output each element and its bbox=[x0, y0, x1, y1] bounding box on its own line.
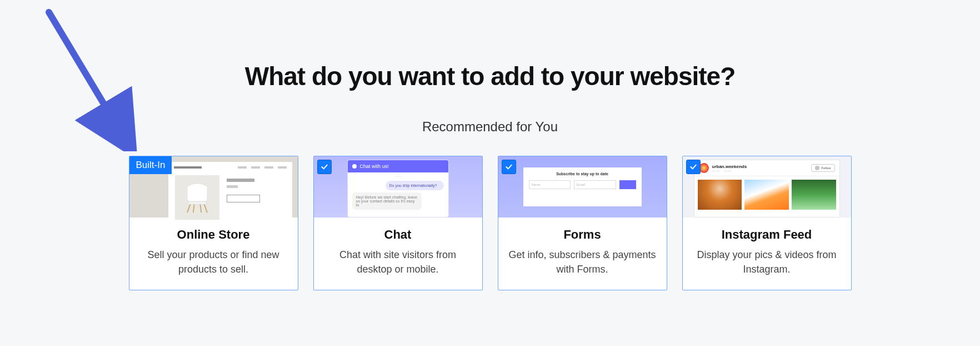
chat-header-text: Chat with us! bbox=[360, 164, 389, 169]
instagram-icon bbox=[815, 166, 819, 170]
check-icon bbox=[320, 162, 329, 171]
card-checkbox[interactable] bbox=[502, 160, 516, 174]
svg-rect-1 bbox=[188, 201, 206, 204]
form-title: Subscribe to stay up to date bbox=[529, 172, 636, 176]
card-description: Display your pics & videos from Instagra… bbox=[692, 248, 842, 276]
check-icon bbox=[689, 162, 698, 171]
form-submit bbox=[619, 180, 636, 189]
svg-line-3 bbox=[204, 205, 207, 213]
svg-point-7 bbox=[817, 167, 818, 169]
card-checkbox[interactable] bbox=[686, 160, 701, 174]
insta-photo bbox=[698, 180, 742, 210]
form-field-email: Email bbox=[574, 180, 616, 189]
card-description: Get info, subscribers & payments with Fo… bbox=[507, 248, 658, 276]
card-online-store[interactable]: Built-In Online Store S bbox=[129, 156, 298, 290]
page-title: What do you want to add to your website? bbox=[0, 0, 980, 91]
card-description: Chat with site visitors from desktop or … bbox=[323, 248, 473, 276]
builtin-badge: Built-In bbox=[129, 156, 172, 174]
svg-line-2 bbox=[187, 205, 189, 213]
card-title: Forms bbox=[507, 228, 658, 242]
card-preview: Chat with us! · · · Do you ship internat… bbox=[314, 156, 482, 218]
card-preview: urban.weekends — —— — Follow bbox=[683, 156, 851, 218]
svg-line-5 bbox=[200, 205, 201, 213]
insta-photo bbox=[744, 180, 789, 210]
check-icon bbox=[504, 162, 513, 171]
card-title: Online Store bbox=[138, 228, 289, 242]
card-title: Chat bbox=[323, 228, 473, 242]
card-instagram[interactable]: urban.weekends — —— — Follow Instagram F… bbox=[682, 156, 852, 290]
chair-icon bbox=[181, 181, 213, 214]
page-subtitle: Recommended for You bbox=[0, 119, 980, 135]
card-chat[interactable]: Chat with us! · · · Do you ship internat… bbox=[313, 156, 483, 290]
form-field-name: Name bbox=[529, 180, 571, 189]
card-grid: Built-In Online Store S bbox=[0, 156, 980, 290]
card-title: Instagram Feed bbox=[692, 228, 842, 242]
card-preview: Subscribe to stay up to date Name Email bbox=[498, 156, 667, 218]
insta-photo bbox=[792, 180, 836, 210]
svg-line-4 bbox=[193, 205, 194, 213]
chat-bubble-out: Hey! Before we start chatting, leave us … bbox=[352, 192, 422, 210]
follow-button: Follow bbox=[811, 164, 834, 172]
insta-username: urban.weekends bbox=[712, 164, 808, 169]
svg-rect-6 bbox=[816, 166, 819, 170]
card-checkbox[interactable] bbox=[317, 160, 332, 174]
card-forms[interactable]: Subscribe to stay up to date Name Email … bbox=[498, 156, 667, 290]
chat-bubble-in: Do you ship internationally? bbox=[386, 181, 444, 190]
card-description: Sell your products or find new products … bbox=[138, 248, 289, 276]
